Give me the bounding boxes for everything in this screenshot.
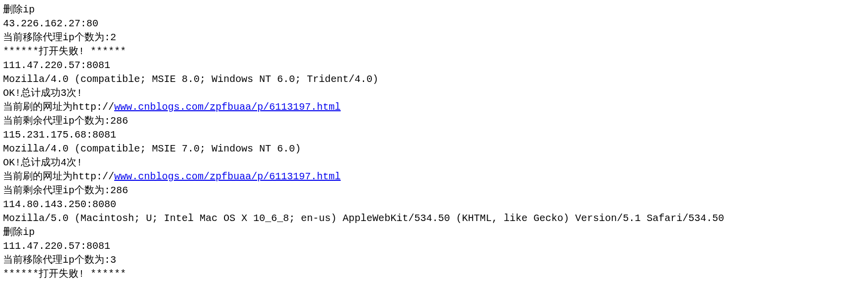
console-line-open-failed: ******打开失败! ****** [3,45,865,59]
console-line-removed-count: 当前移除代理ip个数为:3 [3,253,865,267]
console-line-removed-count: 当前移除代理ip个数为:2 [3,31,865,45]
console-line-remaining-count: 当前剩余代理ip个数为:286 [3,184,865,198]
console-line-user-agent: Mozilla/4.0 (compatible; MSIE 7.0; Windo… [3,142,865,156]
console-line-open-failed: ******打开失败! ****** [3,267,865,281]
url-prefix: 当前刷的网址为http:// [3,171,114,182]
console-line-current-url: 当前刷的网址为http://www.cnblogs.com/zpfbuaa/p/… [3,170,865,184]
console-line-ip-address: 114.80.143.250:8080 [3,198,865,212]
console-line-remaining-count: 当前剩余代理ip个数为:286 [3,114,865,128]
console-line-ip-address: 111.47.220.57:8081 [3,59,865,73]
console-line-delete-ip: 删除ip [3,225,865,239]
console-line-ip-address: 43.226.162.27:80 [3,17,865,31]
console-line-delete-ip: 删除ip [3,3,865,17]
console-line-user-agent: Mozilla/5.0 (Macintosh; U; Intel Mac OS … [3,212,865,225]
console-line-ok-success: OK!总计成功3次! [3,86,865,100]
url-prefix: 当前刷的网址为http:// [3,101,114,113]
url-link[interactable]: www.cnblogs.com/zpfbuaa/p/6113197.html [114,101,341,113]
console-line-ip-address: 111.47.220.57:8081 [3,239,865,253]
console-line-ok-success: OK!总计成功4次! [3,156,865,170]
url-link[interactable]: www.cnblogs.com/zpfbuaa/p/6113197.html [114,171,341,182]
console-line-user-agent: Mozilla/4.0 (compatible; MSIE 8.0; Windo… [3,73,865,86]
console-line-current-url: 当前刷的网址为http://www.cnblogs.com/zpfbuaa/p/… [3,100,865,114]
console-line-ip-address: 115.231.175.68:8081 [3,128,865,142]
